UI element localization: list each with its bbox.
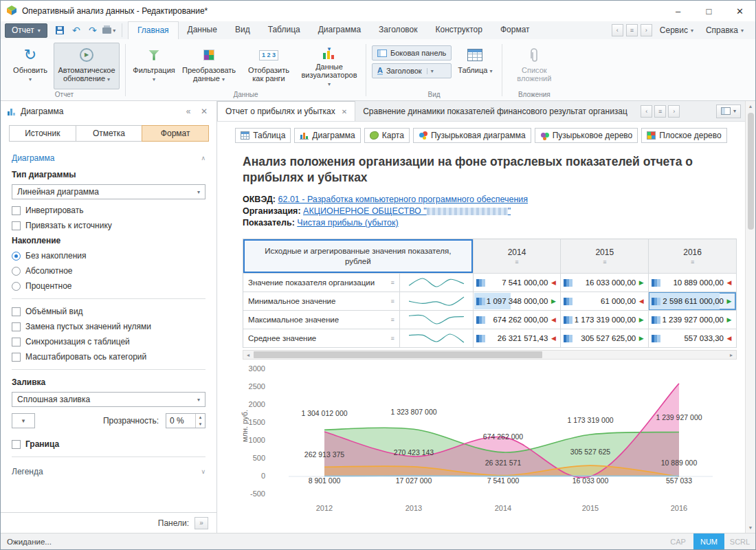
ribbon-tab[interactable]: Данные: [179, 21, 226, 39]
chart-type-select[interactable]: Линейная диаграмма ▾: [12, 184, 205, 199]
undo-button[interactable]: ↶: [69, 23, 83, 37]
sidebar-tab[interactable]: Формат: [142, 125, 209, 142]
document-tab[interactable]: Сравнение динамики показателей финансово…: [355, 101, 635, 121]
sidebar-tab[interactable]: Отметка: [76, 125, 143, 142]
service-menu[interactable]: Сервис▾: [655, 25, 698, 35]
save-button[interactable]: [53, 23, 67, 37]
checkbox-row[interactable]: Синхронизация с таблицей: [12, 337, 205, 346]
ribbon-tab[interactable]: Конструктор: [427, 21, 491, 39]
filter-icon[interactable]: ≡: [390, 317, 394, 323]
filter-icon[interactable]: ≡: [515, 259, 518, 265]
filter-icon[interactable]: ≡: [390, 298, 394, 305]
view-button-map[interactable]: Карта: [364, 128, 410, 143]
grid-value-cell[interactable]: 557 033,30◀: [649, 329, 737, 348]
filter-icon[interactable]: ≡: [603, 259, 606, 265]
grid-corner-header[interactable]: Исходные и агрегированные значения показ…: [243, 239, 474, 274]
collapse-panel-button[interactable]: «: [183, 107, 194, 116]
tab-list-button[interactable]: ≡: [626, 24, 638, 36]
side-panel-toggle[interactable]: Боковая панель: [372, 45, 452, 60]
sidebar-tab[interactable]: Источник: [9, 125, 76, 142]
grid-value-cell[interactable]: 1 239 927 000,00▶: [649, 311, 737, 329]
border-checkbox-row[interactable]: Граница: [12, 439, 205, 449]
grid-row-label[interactable]: Среднее значение≡: [243, 329, 400, 348]
grid-value-cell[interactable]: 10 889 000,00◀: [649, 274, 737, 292]
section-chart-header[interactable]: Диаграмма ∧: [12, 153, 205, 163]
header-toggle[interactable]: A Заголовок ▾: [372, 63, 452, 78]
ribbon-tab[interactable]: Таблица: [259, 21, 309, 39]
report-menu-button[interactable]: Отчет▾: [5, 23, 47, 38]
chevron-down-icon[interactable]: ▾: [427, 68, 434, 74]
tab-scroll-left-button[interactable]: ‹: [641, 105, 652, 118]
scroll-right-button[interactable]: ›: [641, 24, 652, 36]
grid-row-label[interactable]: Значение показателя организации≡: [243, 274, 400, 292]
grid-value-cell[interactable]: 61 000,00◀: [561, 292, 649, 311]
ribbon-tab[interactable]: Формат: [491, 21, 539, 39]
redo-button[interactable]: ↷: [86, 23, 100, 37]
grid-row-label[interactable]: Максимальное значение≡: [243, 311, 400, 329]
close-panel-button[interactable]: ✕: [199, 107, 210, 116]
grid-value-cell[interactable]: 305 527 625,00▶: [561, 329, 649, 348]
ribbon-tab[interactable]: Диаграмма: [309, 21, 370, 39]
section-legend-header[interactable]: Легенда ∨: [12, 467, 205, 476]
spin-down-icon[interactable]: ▼: [196, 421, 205, 428]
checkbox-row[interactable]: Замена пустых значений нулями: [12, 322, 205, 331]
filter-icon[interactable]: ≡: [390, 336, 394, 342]
view-button-chart[interactable]: Диаграмма: [294, 128, 360, 143]
document-tab[interactable]: Отчет о прибылях и убытках✕: [217, 101, 355, 121]
scroll-right-icon[interactable]: ▸: [726, 352, 736, 358]
transform-data-button[interactable]: Преобразовать данные ▾: [179, 43, 239, 89]
ribbon-tab[interactable]: Заголовок: [370, 21, 426, 39]
ribbon-tab[interactable]: Вид: [226, 21, 259, 39]
scrollbar-thumb[interactable]: [748, 113, 754, 230]
grid-value-cell[interactable]: 674 262 000,00◀: [474, 311, 562, 329]
radio-row[interactable]: Процентное: [12, 281, 205, 291]
close-icon[interactable]: ✕: [342, 108, 347, 116]
indicator-link[interactable]: Чистая прибыль (убыток): [297, 218, 398, 228]
ribbon-tab[interactable]: Главная: [128, 21, 179, 39]
scroll-left-button[interactable]: ‹: [612, 24, 623, 36]
grid-row-label[interactable]: Минимальное значение≡: [243, 292, 400, 311]
radio-row[interactable]: Абсолютное: [12, 266, 205, 276]
table-view-button[interactable]: Таблица ▾: [454, 43, 496, 89]
grid-value-cell[interactable]: 1 097 348 000,00▶: [474, 292, 562, 311]
show-as-ranks-button[interactable]: 1 2 3 Отобразить как ранги: [241, 43, 296, 89]
vertical-scrollbar[interactable]: ▲ ▼: [745, 101, 755, 533]
view-button-bubble-tree[interactable]: Пузырьковое дерево: [535, 128, 638, 143]
checkbox-row[interactable]: Привязать к источнику: [12, 221, 205, 230]
grid-value-cell[interactable]: 26 321 571,43◀: [474, 329, 562, 348]
scrollbar-thumb[interactable]: [254, 351, 542, 358]
grid-value-cell[interactable]: 1 173 319 000,00▶: [561, 311, 649, 329]
grid-year-header[interactable]: 2016≡: [649, 239, 737, 274]
help-menu[interactable]: Справка▾: [701, 25, 748, 35]
grid-value-cell[interactable]: 2 598 611 000,00▶: [649, 292, 737, 311]
scroll-up-icon[interactable]: ▲: [748, 101, 753, 111]
fill-color-dropdown[interactable]: ▾: [12, 413, 35, 428]
filter-icon[interactable]: ≡: [691, 259, 694, 265]
auto-refresh-button[interactable]: ▶ Автоматическое обновление ▾: [54, 43, 120, 89]
view-button-bubble-chart[interactable]: Пузырьковая диаграмма: [413, 128, 531, 143]
refresh-button[interactable]: ↻ Обновить ▾: [9, 43, 52, 89]
close-button[interactable]: ✕: [724, 1, 755, 21]
print-button[interactable]: ▾: [102, 23, 116, 37]
grid-year-header[interactable]: 2015≡: [561, 239, 649, 274]
panels-button[interactable]: »: [194, 517, 208, 529]
tab-list-button[interactable]: ≡: [654, 105, 666, 118]
tab-scroll-right-button[interactable]: ›: [668, 105, 680, 118]
checkbox-row[interactable]: Масштабировать ось категорий: [12, 352, 205, 362]
filter-icon[interactable]: ≡: [390, 280, 394, 286]
grid-value-cell[interactable]: 7 541 000,00◀: [474, 274, 562, 292]
grid-value-cell[interactable]: 16 033 000,00▶: [561, 274, 649, 292]
scroll-down-icon[interactable]: ▼: [748, 522, 753, 533]
maximize-button[interactable]: □: [693, 1, 724, 21]
horizontal-scrollbar[interactable]: ◂ ▸: [243, 350, 737, 360]
checkbox-row[interactable]: Объёмный вид: [12, 307, 205, 316]
fill-type-select[interactable]: Сплошная заливка ▾: [12, 392, 205, 407]
filter-button[interactable]: Фильтрация ▾: [131, 43, 177, 89]
minimize-button[interactable]: –: [663, 1, 693, 21]
view-button-treemap[interactable]: Плоское дерево: [641, 128, 726, 143]
opacity-spinner[interactable]: 0 % ▲ ▼: [166, 413, 205, 428]
checkbox-row[interactable]: Инвертировать: [12, 206, 205, 215]
radio-row[interactable]: Без накопления: [12, 251, 205, 261]
view-button-table[interactable]: Таблица: [235, 128, 291, 143]
layout-selector-button[interactable]: ▾: [716, 104, 741, 118]
